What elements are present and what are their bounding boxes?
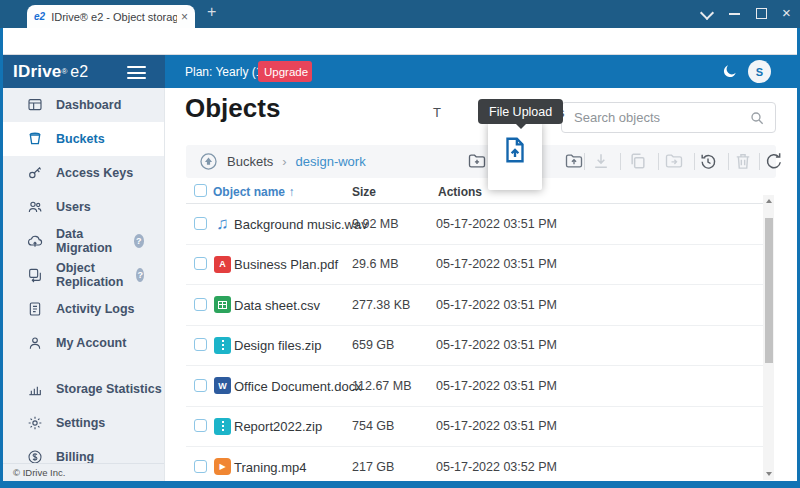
scroll-up-icon[interactable] <box>766 199 772 203</box>
object-name[interactable]: Background music.wav <box>234 216 368 231</box>
video-file-icon: ▶ <box>214 458 231 475</box>
create-folder-icon[interactable] <box>467 151 487 171</box>
browser-url-bar: ← → ↻ app.idrivee2.com/region/MI/buckets… <box>0 28 800 55</box>
object-date: 05-17-2022 03:51 PM <box>436 217 557 231</box>
breadcrumb-toolbar: Buckets › design-work <box>186 145 776 178</box>
folder-upload-icon[interactable] <box>564 151 584 171</box>
help-badge[interactable]: ? <box>136 268 144 282</box>
sidebar-item-buckets[interactable]: Buckets <box>0 122 164 156</box>
spreadsheet-file-icon <box>214 296 231 313</box>
sidebar-label: Buckets <box>56 132 105 146</box>
key-icon <box>27 165 43 181</box>
object-name[interactable]: Data sheet.csv <box>234 297 320 312</box>
toolbar-separator <box>584 153 585 170</box>
object-size: 659 GB <box>352 338 394 352</box>
object-name[interactable]: Business Plan.pdf <box>234 257 338 272</box>
search-box <box>561 102 776 133</box>
dark-mode-moon-icon[interactable] <box>722 63 738 79</box>
tab-title: IDrive® e2 - Object storage <box>51 11 177 23</box>
tab-close-icon[interactable]: × <box>181 10 188 24</box>
row-checkbox[interactable] <box>194 379 207 392</box>
sidebar-item-activity-logs[interactable]: Activity Logs <box>0 292 164 326</box>
table-row[interactable]: Design files.zip 659 GB 05-17-2022 03:51… <box>186 326 774 367</box>
logo-reg: ® <box>61 67 67 76</box>
object-size: 9.92 MB <box>352 217 399 231</box>
column-size[interactable]: Size <box>352 185 376 199</box>
logo-brand: IDrive <box>13 62 61 82</box>
object-date: 05-17-2022 03:51 PM <box>436 257 557 271</box>
bucket-icon <box>27 131 43 147</box>
scroll-down-icon[interactable] <box>766 472 772 476</box>
sidebar-item-data-migration[interactable]: Data Migration ? <box>0 224 164 258</box>
table-row[interactable]: ♫ Background music.wav 9.92 MB 05-17-202… <box>186 204 774 245</box>
sidebar-item-settings[interactable]: Settings <box>0 406 164 440</box>
row-checkbox[interactable] <box>194 338 207 351</box>
users-icon <box>27 199 43 215</box>
toolbar-separator <box>658 153 659 170</box>
sidebar-label: Billing <box>56 450 94 464</box>
move-folder-icon <box>664 151 684 171</box>
table-row[interactable]: Data sheet.csv 277.38 KB 05-17-2022 03:5… <box>186 285 774 326</box>
object-date: 05-17-2022 03:51 PM <box>436 298 557 312</box>
upgrade-button[interactable]: Upgrade <box>258 61 312 82</box>
row-checkbox[interactable] <box>194 217 207 230</box>
row-checkbox[interactable] <box>194 460 207 473</box>
sidebar-item-dashboard[interactable]: Dashboard <box>0 88 164 122</box>
breadcrumb-current-bucket[interactable]: design-work <box>296 154 366 169</box>
account-avatar[interactable]: S <box>748 60 771 83</box>
select-all-checkbox[interactable] <box>194 184 207 197</box>
new-tab-button[interactable]: + <box>207 3 216 21</box>
window-minimize-icon[interactable] <box>729 13 740 15</box>
row-checkbox[interactable] <box>194 298 207 311</box>
browser-tab-strip: e2 IDrive® e2 - Object storage × + × <box>0 0 800 28</box>
sidebar-label: Access Keys <box>56 166 133 180</box>
audio-file-icon: ♫ <box>214 215 231 232</box>
window-chevron-icon[interactable] <box>700 6 714 20</box>
sidebar-label: Activity Logs <box>56 302 135 316</box>
sidebar-label: Settings <box>56 416 105 430</box>
search-input[interactable] <box>572 109 743 126</box>
sidebar-item-users[interactable]: Users <box>0 190 164 224</box>
object-size: 112.67 MB <box>352 379 412 393</box>
person-icon <box>27 335 43 351</box>
sort-ascending-icon[interactable]: ↑ <box>288 185 294 199</box>
object-name[interactable]: Design files.zip <box>234 338 321 353</box>
table-row[interactable]: W Office Document.docx 112.67 MB 05-17-2… <box>186 366 774 407</box>
file-upload-icon <box>500 135 530 165</box>
object-name[interactable]: Report2022.zip <box>234 419 322 434</box>
sidebar-label: Dashboard <box>56 98 121 112</box>
browser-tab[interactable]: e2 IDrive® e2 - Object storage × <box>27 5 195 28</box>
sidebar-item-storage-statistics[interactable]: Storage Statistics <box>0 372 164 406</box>
search-icon[interactable] <box>749 110 765 126</box>
window-maximize-icon[interactable] <box>756 8 767 19</box>
version-history-icon[interactable] <box>698 151 718 171</box>
row-checkbox[interactable] <box>194 419 207 432</box>
help-badge[interactable]: ? <box>134 234 144 248</box>
table-scrollbar[interactable] <box>763 195 774 480</box>
objects-table: Object name ↑ Size Actions ♫ Background … <box>186 182 774 488</box>
copy-icon <box>628 151 648 171</box>
bar-chart-icon <box>27 381 43 397</box>
download-icon <box>591 151 611 171</box>
object-name[interactable]: Traning.mp4 <box>234 459 307 474</box>
row-checkbox[interactable] <box>194 257 207 270</box>
cloud-migration-icon <box>27 233 43 249</box>
sidebar-item-access-keys[interactable]: Access Keys <box>0 156 164 190</box>
column-object-name[interactable]: Object name ↑ <box>213 185 294 199</box>
toolbar-separator <box>728 153 729 170</box>
table-row[interactable]: Report2022.zip 754 GB 05-17-2022 03:51 P… <box>186 407 774 448</box>
object-size: 29.6 MB <box>352 257 399 271</box>
table-row[interactable]: A Business Plan.pdf 29.6 MB 05-17-2022 0… <box>186 245 774 286</box>
hamburger-menu-icon[interactable] <box>127 66 146 79</box>
sidebar-item-my-account[interactable]: My Account <box>0 326 164 360</box>
window-close-icon[interactable]: × <box>782 4 791 21</box>
object-name[interactable]: Office Document.docx <box>234 378 362 393</box>
sidebar-item-object-replication[interactable]: Object Replication ? <box>0 258 164 292</box>
scrollbar-thumb[interactable] <box>765 218 773 363</box>
refresh-icon[interactable] <box>764 151 784 171</box>
breadcrumb-buckets[interactable]: Buckets <box>227 154 273 169</box>
logo-product: e2 <box>70 63 88 81</box>
bucket-home-icon[interactable] <box>199 152 218 171</box>
toolbar-separator <box>759 153 760 170</box>
column-actions: Actions <box>438 185 482 199</box>
